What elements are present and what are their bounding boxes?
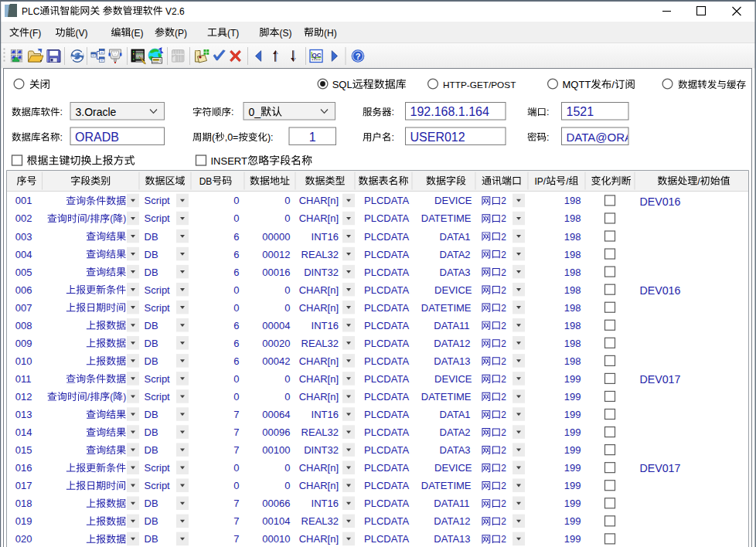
- svg-text:USER012: USER012: [410, 131, 465, 144]
- svg-text:00004: 00004: [262, 320, 290, 331]
- svg-text:2: 2: [501, 213, 506, 224]
- svg-text:00010: 00010: [262, 533, 290, 545]
- svg-text:PLCDATA: PLCDATA: [364, 231, 409, 243]
- svg-text:7: 7: [233, 426, 239, 438]
- svg-text:006: 006: [15, 284, 32, 296]
- svg-text:Script: Script: [145, 302, 171, 314]
- svg-text::: :: [547, 132, 549, 143]
- svg-text:005: 005: [15, 267, 32, 278]
- svg-text:198: 198: [564, 355, 581, 367]
- svg-text:198: 198: [564, 338, 581, 349]
- svg-text:2: 2: [501, 285, 506, 296]
- svg-text:CHAR[n]: CHAR[n]: [299, 462, 339, 474]
- svg-text:001: 001: [15, 195, 32, 206]
- svg-text:011: 011: [15, 373, 32, 385]
- svg-text:PLCDATA: PLCDATA: [364, 373, 409, 385]
- svg-text:00064: 00064: [262, 409, 290, 420]
- svg-text:PLCDATA: PLCDATA: [364, 249, 409, 260]
- svg-text:0: 0: [233, 302, 239, 314]
- svg-text:00020: 00020: [262, 338, 290, 349]
- svg-text:INT16: INT16: [312, 320, 339, 331]
- svg-text:2: 2: [501, 445, 506, 456]
- svg-text:007: 007: [15, 302, 32, 314]
- svg-text:7: 7: [233, 409, 239, 420]
- svg-text:192.168.1.164: 192.168.1.164: [410, 105, 489, 118]
- svg-text:(T): (T): [227, 28, 239, 39]
- svg-text:INT16: INT16: [312, 498, 339, 509]
- svg-text:Script: Script: [145, 373, 171, 385]
- svg-text:ORADB: ORADB: [75, 131, 119, 144]
- svg-text:0_: 0_: [249, 106, 261, 118]
- svg-text:2: 2: [501, 374, 506, 385]
- svg-text:0: 0: [284, 391, 290, 403]
- svg-text:PLCDATA: PLCDATA: [364, 533, 409, 545]
- svg-text:0: 0: [284, 462, 290, 474]
- svg-text:00012: 00012: [262, 249, 290, 260]
- svg-text:DB: DB: [145, 533, 158, 545]
- svg-text:DEV017: DEV017: [640, 373, 681, 386]
- svg-text:DATA2: DATA2: [440, 426, 471, 438]
- svg-text:013: 013: [15, 409, 32, 420]
- svg-text:0: 0: [233, 284, 239, 296]
- svg-text::: :: [231, 107, 233, 117]
- svg-text:199: 199: [564, 533, 581, 545]
- svg-text:): ): [123, 392, 126, 403]
- svg-text:DEVICE: DEVICE: [434, 373, 472, 385]
- svg-text:DB: DB: [145, 338, 158, 349]
- svg-text::: :: [392, 132, 394, 143]
- svg-text:PLCDATA: PLCDATA: [364, 338, 409, 349]
- svg-text:DINT32: DINT32: [304, 444, 339, 456]
- svg-text:CHAR[n]: CHAR[n]: [299, 533, 339, 545]
- svg-text:0: 0: [284, 373, 290, 385]
- svg-text:/: /: [611, 79, 615, 90]
- svg-text:CHAR[n]: CHAR[n]: [299, 355, 339, 367]
- svg-text:DEVICE: DEVICE: [434, 195, 472, 206]
- svg-text:(F): (F): [29, 28, 41, 39]
- svg-text:PLCDATA: PLCDATA: [364, 409, 409, 420]
- svg-text:016: 016: [15, 462, 32, 474]
- svg-text:7: 7: [233, 498, 239, 509]
- svg-text:DB: DB: [145, 355, 158, 367]
- svg-text:DATA2: DATA2: [440, 249, 471, 260]
- svg-text:0: 0: [284, 195, 290, 206]
- svg-text:198: 198: [564, 302, 581, 314]
- svg-text:004: 004: [15, 249, 32, 260]
- svg-text:199: 199: [564, 409, 581, 420]
- svg-text:199: 199: [564, 480, 581, 491]
- svg-text:PLCDATA: PLCDATA: [364, 195, 409, 206]
- svg-text:2: 2: [501, 356, 506, 367]
- svg-text:2: 2: [501, 463, 506, 474]
- svg-text:2: 2: [501, 534, 506, 545]
- svg-text:6: 6: [233, 231, 239, 243]
- svg-text:00104: 00104: [262, 515, 290, 527]
- svg-text:3.Oracle: 3.Oracle: [76, 106, 117, 118]
- svg-text:199: 199: [564, 444, 581, 456]
- svg-text:00042: 00042: [262, 355, 290, 367]
- svg-text:198: 198: [564, 212, 581, 224]
- svg-text:CHAR[n]: CHAR[n]: [299, 195, 339, 206]
- svg-text:0: 0: [284, 480, 290, 491]
- svg-text:198: 198: [564, 195, 581, 206]
- svg-text:Script: Script: [145, 212, 171, 224]
- svg-text:00096: 00096: [262, 426, 290, 438]
- svg-text:PLCDATA: PLCDATA: [364, 444, 409, 456]
- svg-text::: :: [60, 107, 63, 117]
- svg-text:0: 0: [233, 373, 239, 385]
- svg-text:020: 020: [15, 533, 32, 545]
- svg-text:(: (: [110, 213, 113, 224]
- svg-text:DATETIME: DATETIME: [421, 391, 472, 403]
- svg-text:0: 0: [233, 212, 239, 224]
- svg-text:2: 2: [501, 427, 506, 438]
- svg-text:DATA13: DATA13: [434, 533, 470, 545]
- svg-text:DB: DB: [145, 267, 158, 278]
- svg-text:DB: DB: [145, 409, 158, 420]
- svg-text:008: 008: [15, 320, 32, 331]
- svg-text:014: 014: [15, 426, 32, 438]
- svg-text:(S): (S): [280, 28, 292, 39]
- svg-text:010: 010: [15, 355, 32, 367]
- svg-text:199: 199: [564, 426, 581, 438]
- svg-text:PLCDATA: PLCDATA: [364, 212, 409, 224]
- svg-text:PLCDATA: PLCDATA: [364, 320, 409, 331]
- svg-text:2: 2: [501, 481, 506, 491]
- svg-text:6: 6: [233, 267, 239, 278]
